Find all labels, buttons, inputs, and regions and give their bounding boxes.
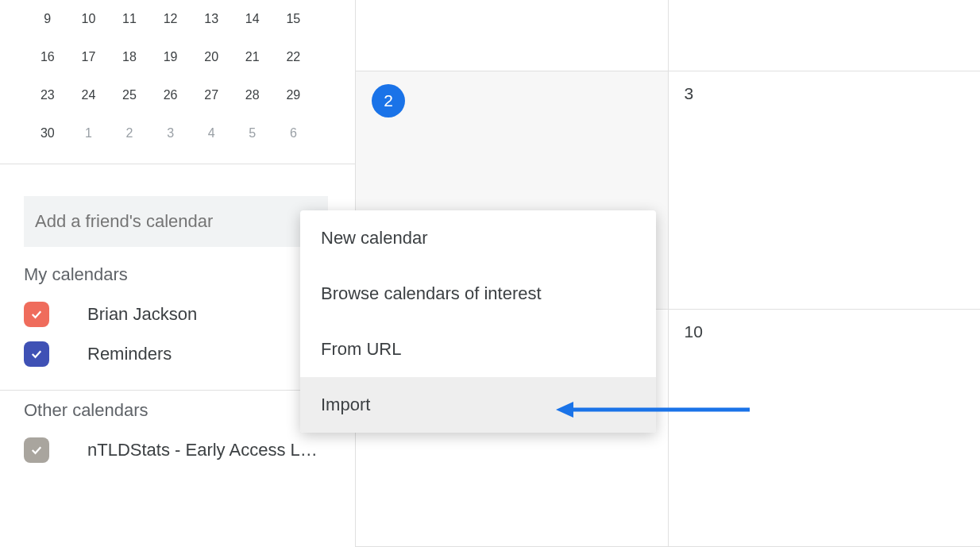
day-cell[interactable] [356, 0, 668, 71]
other-calendars-header[interactable]: Other calendars [24, 400, 149, 421]
mini-cal-day[interactable]: 14 [232, 0, 273, 38]
mini-cal-day[interactable]: 19 [150, 38, 191, 76]
menu-item-new-calendar[interactable]: New calendar [300, 210, 656, 266]
mini-cal-day[interactable]: 11 [109, 0, 150, 38]
calendar-label: Brian Jackson [87, 304, 197, 325]
calendar-checkbox[interactable] [24, 437, 49, 463]
add-calendar-menu: New calendar Browse calendars of interes… [300, 210, 656, 433]
mini-cal-day[interactable]: 18 [109, 38, 150, 76]
calendar-checkbox[interactable] [24, 302, 49, 327]
add-friend-calendar-input[interactable] [24, 196, 328, 247]
day-cell[interactable]: 3 [669, 71, 981, 310]
mini-cal-day[interactable]: 5 [232, 114, 273, 152]
mini-cal-day[interactable]: 2 [109, 114, 150, 152]
menu-item-browse-calendars[interactable]: Browse calendars of interest [300, 266, 656, 322]
menu-item-import[interactable]: Import [300, 377, 656, 433]
day-number: 3 [685, 84, 694, 102]
day-cell[interactable]: 10 [669, 310, 981, 547]
mini-cal-day[interactable]: 1 [68, 114, 110, 152]
mini-cal-day[interactable]: 13 [191, 0, 232, 38]
mini-cal-day[interactable]: 24 [68, 76, 110, 114]
calendar-label: Reminders [87, 344, 172, 364]
mini-cal-day[interactable]: 20 [191, 38, 232, 76]
mini-cal-day[interactable]: 23 [27, 76, 68, 114]
mini-cal-day[interactable]: 26 [150, 76, 191, 114]
mini-cal-day[interactable]: 28 [232, 76, 273, 114]
mini-cal-day[interactable]: 6 [273, 114, 314, 152]
day-cell[interactable] [669, 0, 981, 71]
mini-cal-day[interactable]: 3 [150, 114, 191, 152]
mini-cal-day[interactable]: 27 [191, 76, 232, 114]
mini-cal-day[interactable]: 4 [191, 114, 232, 152]
my-calendars-header[interactable]: My calendars [24, 264, 128, 285]
check-icon [29, 443, 44, 457]
mini-cal-day[interactable]: 9 [27, 0, 68, 38]
calendar-list-item[interactable]: nTLDStats - Early Access L… [0, 430, 355, 470]
calendar-label: nTLDStats - Early Access L… [87, 440, 318, 460]
mini-cal-day[interactable]: 10 [68, 0, 110, 38]
mini-cal-day[interactable]: 25 [109, 76, 150, 114]
mini-calendar: 9 10 11 12 13 14 15 16 17 18 19 20 21 22… [0, 0, 355, 164]
mini-cal-day[interactable]: 22 [273, 38, 314, 76]
mini-cal-day[interactable]: 15 [273, 0, 314, 38]
mini-cal-day[interactable]: 12 [150, 0, 191, 38]
mini-cal-day[interactable]: 21 [232, 38, 273, 76]
mini-cal-day[interactable]: 29 [273, 76, 314, 114]
check-icon [29, 307, 44, 322]
menu-item-from-url[interactable]: From URL [300, 322, 656, 377]
today-date-badge: 2 [372, 84, 405, 117]
mini-cal-day[interactable]: 17 [68, 38, 110, 76]
mini-cal-day[interactable]: 30 [27, 114, 68, 152]
day-number: 10 [685, 322, 703, 341]
mini-cal-day[interactable]: 16 [27, 38, 68, 76]
calendar-checkbox[interactable] [24, 341, 49, 367]
check-icon [29, 347, 44, 361]
